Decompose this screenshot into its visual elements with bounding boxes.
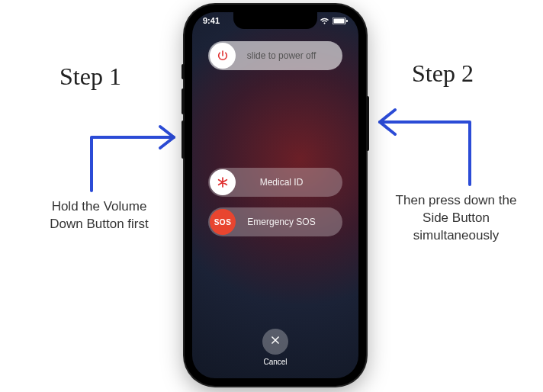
volume-down-button[interactable]: [182, 120, 185, 159]
battery-icon: [333, 18, 348, 24]
svg-rect-5: [334, 18, 345, 23]
side-button[interactable]: [366, 96, 369, 151]
sos-icon: SOS: [210, 209, 236, 235]
mute-switch[interactable]: [182, 64, 185, 79]
phone-screen: 9:41 sli: [192, 12, 358, 378]
step1-title: Step 1: [59, 63, 121, 91]
arrow-step1: [84, 95, 191, 197]
emergency-sos-label: Emergency SOS: [237, 217, 342, 227]
iphone-frame: 9:41 sli: [185, 5, 366, 386]
step2-description: Then press down the Side Button simultan…: [395, 192, 517, 245]
power-icon: [210, 43, 236, 69]
status-time: 9:41: [203, 16, 220, 25]
cancel-button[interactable]: [262, 329, 288, 355]
wifi-icon: [320, 18, 329, 24]
medical-id-label: Medical ID: [237, 177, 342, 188]
power-off-slider[interactable]: slide to power off: [208, 41, 342, 70]
cancel-label: Cancel: [263, 358, 287, 366]
step1-description: Hold the Volume Down Button first: [46, 198, 153, 233]
arrow-step2: [371, 85, 485, 195]
notch: [233, 12, 317, 29]
step2-title: Step 2: [412, 59, 474, 88]
emergency-sos-slider[interactable]: SOS Emergency SOS: [208, 207, 342, 236]
power-off-label: slide to power off: [237, 50, 342, 61]
volume-up-button[interactable]: [182, 88, 185, 114]
medical-id-slider[interactable]: Medical ID: [208, 168, 342, 197]
close-icon: [270, 335, 281, 349]
asterisk-icon: [210, 169, 236, 195]
svg-rect-6: [346, 20, 348, 22]
